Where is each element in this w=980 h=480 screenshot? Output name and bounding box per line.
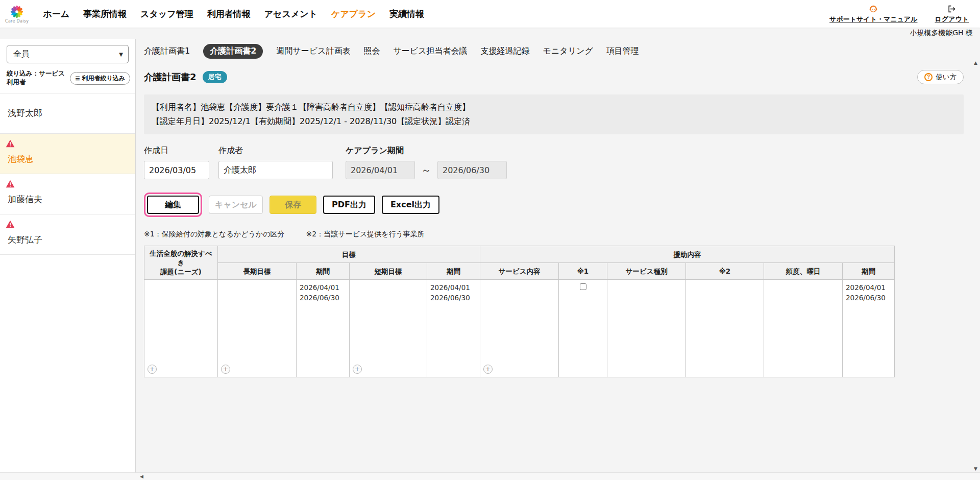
edit-button[interactable]: 編集 — [147, 196, 199, 214]
col-header-short-goal: 短期目標 — [350, 262, 427, 279]
filter-label: 絞り込み：サービス利用者 — [7, 69, 70, 87]
cell-support-period: 2026/04/01 2026/06/30 — [843, 279, 895, 377]
filter-row: 絞り込み：サービス利用者 ☰ 利用者絞り込み — [0, 68, 135, 93]
tab-careplan1[interactable]: 介護計画書1 — [144, 46, 190, 57]
period-tilde: ～ — [421, 163, 431, 177]
nav-item-home[interactable]: ホーム — [43, 8, 69, 20]
user-filter-button-label: 利用者絞り込み — [82, 74, 125, 83]
patient-info-line2: 【認定年月日】2025/12/1【有効期間】2025/12/1 - 2028/1… — [152, 114, 956, 129]
created-date-input[interactable] — [144, 161, 209, 179]
author-label: 作成者 — [218, 146, 333, 156]
excel-export-button[interactable]: Excel出力 — [382, 196, 439, 214]
legend-note-1: ※1：保険給付の対象となるかどうかの区分 — [144, 230, 285, 239]
patient-info-box: 【利用者名】池袋恵【介護度】要介護１【障害高齢者自立度】【認知症高齢者自立度】 … — [144, 94, 964, 134]
cancel-button[interactable]: キャンセル — [209, 196, 263, 214]
nav-item-results[interactable]: 実績情報 — [389, 8, 424, 20]
tab-service-meeting[interactable]: サービス担当者会議 — [393, 46, 467, 57]
nav-item-office[interactable]: 事業所情報 — [83, 8, 127, 20]
tab-inquiry[interactable]: 照会 — [363, 46, 380, 57]
user-list-item[interactable]: 浅野太郎 — [0, 93, 135, 134]
user-name: 矢野弘子 — [8, 234, 128, 246]
add-long-goal-button[interactable]: + — [221, 365, 230, 374]
logout-link[interactable]: ログアウト — [935, 4, 969, 24]
nav-item-assessment[interactable]: アセスメント — [264, 8, 317, 20]
nav-item-staff[interactable]: スタッフ管理 — [140, 8, 193, 20]
filter-icon: ☰ — [75, 76, 80, 81]
tab-careplan2[interactable]: 介護計画書2 — [203, 44, 263, 59]
pdf-export-button[interactable]: PDF出力 — [323, 196, 375, 214]
careplan-table: 生活全般の解決すべき 課題(ニーズ) 目標 援助内容 長期目標 期間 短期目標 … — [144, 246, 895, 377]
help-icon: ? — [924, 73, 933, 81]
user-filter-select-value: 全員 — [13, 49, 30, 60]
scroll-left-icon[interactable]: ◀ — [140, 473, 143, 480]
period-start-input[interactable] — [346, 161, 415, 179]
tab-progress-record[interactable]: 支援経過記録 — [481, 46, 530, 57]
app-logo-text: Care Daisy — [5, 19, 29, 23]
add-needs-button[interactable]: + — [148, 365, 157, 374]
tab-weekly-schedule[interactable]: 週間サービス計画表 — [276, 46, 350, 57]
alert-icon — [6, 139, 15, 148]
col-header-frequency: 頻度、曜日 — [764, 262, 843, 279]
user-list-item[interactable]: 加藤信夫 — [0, 174, 135, 214]
main-nav: ホーム 事業所情報 スタッフ管理 利用者情報 アセスメント ケアプラン 実績情報 — [43, 8, 424, 20]
col-header-support-period: 期間 — [843, 262, 895, 279]
action-buttons: 編集 キャンセル 保存 PDF出力 Excel出力 — [144, 193, 964, 217]
nav-item-careplan[interactable]: ケアプラン — [331, 8, 376, 20]
col-header-long-goal: 長期目標 — [218, 262, 297, 279]
scroll-up-icon[interactable]: ▲ — [974, 60, 977, 65]
col-header-short-period: 期間 — [427, 262, 480, 279]
topbar-links: サポートサイト・マニュアル ログアウト — [829, 4, 969, 24]
plan-form: 作成日 作成者 ケアプラン期間 ～ — [144, 146, 964, 179]
alert-icon — [6, 180, 15, 188]
col-header-service-content: サービス内容 — [480, 262, 559, 279]
app-logo[interactable]: Care Daisy — [5, 5, 29, 23]
vertical-scrollbar[interactable]: ▲ ▼ — [973, 60, 979, 471]
col-header-ref1: ※1 — [559, 262, 607, 279]
support-link-label: サポートサイト・マニュアル — [829, 15, 917, 24]
how-to-use-button[interactable]: ? 使い方 — [917, 70, 964, 84]
user-list-item[interactable]: 矢野弘子 — [0, 214, 135, 255]
user-sidebar: 全員 ▼ 絞り込み：サービス利用者 ☰ 利用者絞り込み 浅野太郎 池袋恵 — [0, 39, 136, 472]
col-group-support: 援助内容 — [480, 246, 895, 263]
cell-short-goal-period: 2026/04/01 2026/06/30 — [427, 279, 480, 377]
add-short-goal-button[interactable]: + — [353, 365, 362, 374]
home-care-badge: 居宅 — [203, 71, 227, 83]
col-header-ref2: ※2 — [686, 262, 764, 279]
user-filter-button[interactable]: ☰ 利用者絞り込み — [70, 72, 130, 85]
user-name: 浅野太郎 — [8, 107, 128, 119]
main-content: 介護計画書1 介護計画書2 週間サービス計画表 照会 サービス担当者会議 支援経… — [136, 36, 973, 472]
cell-needs: + — [144, 279, 218, 377]
cell-service-content: + — [480, 279, 559, 377]
user-filter-select[interactable]: 全員 ▼ — [7, 45, 129, 63]
page-title: 介護計画書2 — [144, 71, 197, 83]
period-end-input[interactable] — [437, 161, 507, 179]
how-to-use-label: 使い方 — [936, 73, 957, 82]
chevron-down-icon: ▼ — [119, 52, 123, 57]
logout-icon — [947, 4, 957, 14]
legend-note-2: ※2：当該サービス提供を行う事業所 — [306, 230, 425, 239]
tab-monitoring[interactable]: モニタリング — [543, 46, 593, 57]
user-name: 池袋恵 — [8, 153, 128, 165]
logout-link-label: ログアウト — [935, 15, 969, 24]
scroll-down-icon[interactable]: ▼ — [974, 466, 977, 471]
support-icon — [868, 4, 879, 14]
add-service-button[interactable]: + — [483, 365, 493, 374]
col-header-needs: 生活全般の解決すべき 課題(ニーズ) — [144, 246, 218, 280]
tab-item-management[interactable]: 項目管理 — [606, 46, 639, 57]
cell-long-goal-period: 2026/04/01 2026/06/30 — [297, 279, 350, 377]
insurance-flag-checkbox[interactable] — [580, 283, 586, 290]
horizontal-scrollbar[interactable]: ◀ — [0, 472, 980, 480]
user-list-item[interactable]: 池袋恵 — [0, 134, 135, 174]
save-button[interactable]: 保存 — [270, 196, 316, 214]
alert-icon — [6, 220, 15, 228]
col-header-long-period: 期間 — [297, 262, 350, 279]
nav-item-users[interactable]: 利用者情報 — [207, 8, 251, 20]
col-group-goals: 目標 — [218, 246, 480, 263]
edit-button-highlight: 編集 — [144, 193, 202, 217]
col-header-service-type: サービス種別 — [607, 262, 686, 279]
patient-info-line1: 【利用者名】池袋恵【介護度】要介護１【障害高齢者自立度】【認知症高齢者自立度】 — [152, 100, 956, 114]
author-input[interactable] — [218, 161, 333, 179]
user-list: 浅野太郎 池袋恵 加藤信夫 矢野弘子 — [0, 93, 135, 255]
cell-service-type — [607, 279, 686, 377]
support-link[interactable]: サポートサイト・マニュアル — [829, 4, 917, 24]
